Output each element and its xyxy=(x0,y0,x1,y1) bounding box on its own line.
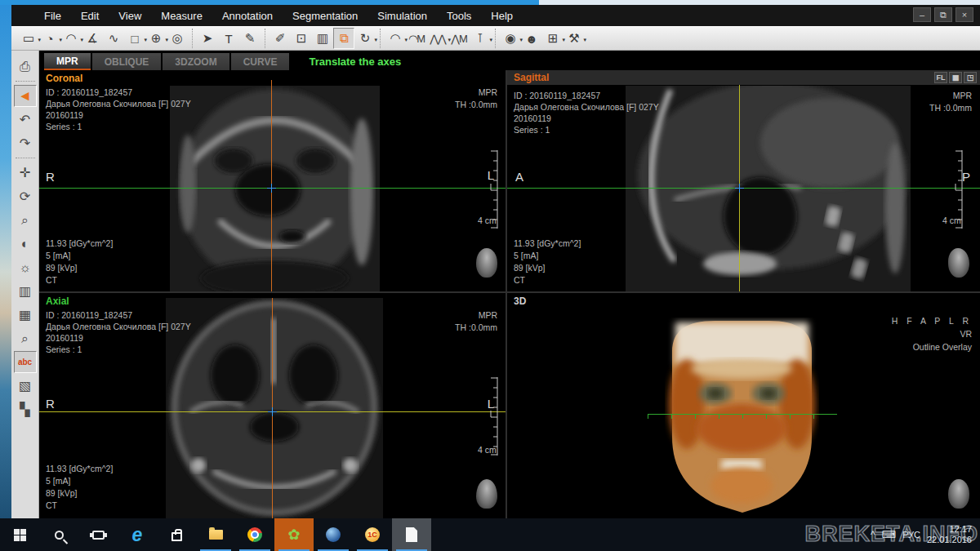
capture-icon[interactable]: ◉ xyxy=(500,28,521,49)
grid-layout-icon[interactable]: ▦ xyxy=(949,72,962,83)
taskbar-1c[interactable]: 1C xyxy=(353,518,392,551)
rotate-view-icon[interactable]: ↻ xyxy=(354,28,376,49)
axial-view[interactable]: Axial ID : 20160119_182457 Дарья Олеговн… xyxy=(39,293,506,518)
coronal-view[interactable]: Coronal ID : 20160119_182457 Дарья Олего… xyxy=(39,70,506,291)
menu-simulation[interactable]: Simulation xyxy=(368,10,437,22)
taskbar-thunderbird[interactable] xyxy=(314,518,353,551)
series-label: Series : 1 xyxy=(514,124,659,136)
tab-curve[interactable]: CURVE xyxy=(231,53,290,70)
histogram-icon[interactable]: ▥ xyxy=(312,28,333,49)
voltage-value: 89 [kVp] xyxy=(46,487,113,500)
thickness-label: TH :0.0mm xyxy=(455,99,497,111)
axis-center-handle[interactable] xyxy=(735,184,744,193)
expand-view-icon[interactable]: ◳ xyxy=(964,72,977,83)
tray-expand-icon[interactable]: ^ xyxy=(871,529,875,540)
tooth-row-icon[interactable]: ⋀⋀ xyxy=(427,28,448,49)
implant-icon[interactable]: ⊺ xyxy=(470,28,491,49)
menu-measure[interactable]: Measure xyxy=(151,10,212,22)
taskbar-clock[interactable]: 12:17 22.01.2016 xyxy=(927,524,972,545)
patient-profile-icon[interactable]: ☻ xyxy=(521,28,542,49)
menu-annotation[interactable]: Annotation xyxy=(212,10,283,22)
sagittal-slice-image[interactable] xyxy=(626,86,911,291)
settings-tools-icon[interactable]: ⚒ xyxy=(564,28,585,49)
cursor-tool-icon[interactable]: ➤ xyxy=(197,28,218,49)
keyboard-icon[interactable]: ⌨ xyxy=(882,529,896,540)
protractor-3d-icon[interactable]: ∡ xyxy=(82,28,103,49)
checker-layout-icon[interactable]: ▚ xyxy=(14,398,37,420)
pointer-tool-icon[interactable]: ◄ xyxy=(14,85,37,107)
menu-help[interactable]: Help xyxy=(481,10,523,22)
thickness-label: TH :0.0mm xyxy=(929,102,972,114)
print-icon[interactable]: ⎙ xyxy=(14,56,37,78)
tape-measure-icon[interactable]: ◔ xyxy=(39,28,60,49)
tooth-row-m-icon[interactable]: ⋀M xyxy=(448,28,470,49)
preview-icon[interactable]: ⌕ xyxy=(14,327,37,349)
restore-button[interactable]: ⧉ xyxy=(934,7,952,22)
zoom-icon[interactable]: ⌕ xyxy=(14,209,37,231)
axis-center-handle[interactable] xyxy=(268,407,277,416)
menu-segmentation[interactable]: Segmentation xyxy=(283,10,368,22)
menu-view[interactable]: View xyxy=(109,10,151,22)
cylinder-roi-icon[interactable]: ◎ xyxy=(167,28,188,49)
window-controls: – ⧉ × xyxy=(913,7,973,22)
undo-icon[interactable]: ↶ xyxy=(14,109,37,131)
current-value: 5 [mA] xyxy=(514,250,581,262)
dental-arch-m-icon[interactable]: ◠M xyxy=(406,28,427,49)
abc-annotation-icon[interactable]: abc xyxy=(14,351,37,373)
toolbar-separator xyxy=(380,29,381,48)
icq-flower-icon: ✿ xyxy=(287,527,300,542)
profile-graph-icon[interactable]: ∿ xyxy=(103,28,124,49)
overlay-label[interactable]: Outline Overlay xyxy=(892,340,972,353)
acquisition-info: 11.93 [dGy*cm^2] 5 [mA] 89 [kVp] CT xyxy=(46,238,113,287)
mpr-overlay-icon[interactable]: ⧉ xyxy=(333,28,354,49)
rotate-3d-icon[interactable]: ⟳ xyxy=(14,185,37,207)
redo-icon[interactable]: ↷ xyxy=(14,132,37,154)
text-annotation-icon[interactable]: T xyxy=(218,28,239,49)
patient-name: Дарья Олеговна Скочилова [F] 027Y xyxy=(514,101,659,113)
reference-grid-icon[interactable]: ⊕ xyxy=(145,28,167,49)
taskbar-edge[interactable]: e xyxy=(118,518,157,551)
taskbar-search-button[interactable] xyxy=(39,518,78,551)
menu-edit[interactable]: Edit xyxy=(71,10,109,22)
minimize-button[interactable]: – xyxy=(913,7,931,22)
volume-3d-view[interactable]: 3D H F A P L R VR Outline Overlay xyxy=(507,293,980,518)
tab-oblique[interactable]: OBLIQUE xyxy=(92,53,162,70)
pan-icon[interactable]: ✛ xyxy=(14,162,37,184)
brightness-icon[interactable]: ☼ xyxy=(14,256,37,278)
ruler-icon[interactable]: ▭ xyxy=(18,28,39,49)
menu-tools[interactable]: Tools xyxy=(437,10,481,22)
taskbar-store[interactable] xyxy=(157,518,196,551)
volume-box-icon[interactable]: ▦ xyxy=(14,304,37,326)
view-mode-info: MPR TH :0.0mm xyxy=(455,309,497,334)
sketch-edit-icon[interactable]: ✐ xyxy=(270,28,291,49)
taskbar-icq[interactable]: ✿ xyxy=(274,518,314,551)
patient-info: ID : 20160119_182457 Дарья Олеговна Скоч… xyxy=(46,87,191,132)
fl-button[interactable]: FL xyxy=(934,72,947,83)
dental-arch-icon[interactable]: ◠ xyxy=(385,28,406,49)
roi-rect-icon[interactable]: □ xyxy=(124,28,145,49)
task-view-button[interactable] xyxy=(78,518,118,551)
toolbar-separator xyxy=(192,29,193,48)
taskbar-chrome[interactable] xyxy=(235,518,274,551)
taskbar-active-document[interactable] xyxy=(392,518,431,551)
edge-icon: e xyxy=(132,524,143,546)
protractor-icon[interactable]: ◠ xyxy=(60,28,82,49)
language-indicator[interactable]: РУС xyxy=(902,530,920,540)
tab-3dzoom[interactable]: 3DZOOM xyxy=(163,53,229,70)
close-button[interactable]: × xyxy=(956,7,973,22)
region-select-icon[interactable]: ⊡ xyxy=(291,28,312,49)
sagittal-view[interactable]: Sagittal FL ▦ ◳ ID : 20160119_182457 Дар… xyxy=(507,70,980,291)
contrast-icon[interactable]: ◐ xyxy=(14,233,37,255)
cube-3d-icon[interactable]: ▧ xyxy=(14,375,37,397)
tab-mpr[interactable]: MPR xyxy=(44,53,91,70)
volume-axis-line[interactable] xyxy=(648,414,837,419)
start-button[interactable] xyxy=(0,518,39,551)
menu-file[interactable]: File xyxy=(34,10,71,22)
axial-title: Axial xyxy=(46,295,69,307)
window-level-icon[interactable]: ▥ xyxy=(14,280,37,302)
taskbar-file-explorer[interactable] xyxy=(196,518,235,551)
layout-panel-icon[interactable]: ⊞ xyxy=(542,28,564,49)
pencil-draw-icon[interactable]: ✎ xyxy=(239,28,261,49)
axis-center-handle[interactable] xyxy=(267,184,276,193)
acquisition-info: 11.93 [dGy*cm^2] 5 [mA] 89 [kVp] CT xyxy=(514,238,581,287)
